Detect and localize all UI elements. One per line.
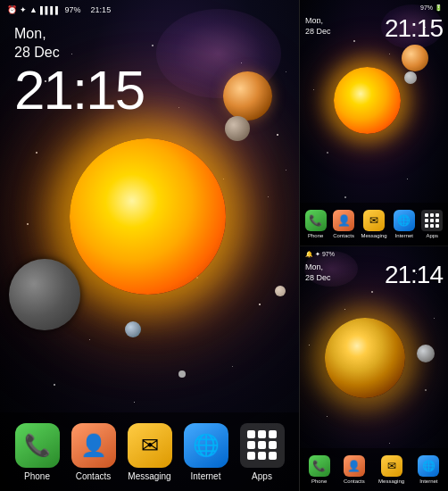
rt-dock-phone[interactable]: 📞 Phone — [305, 210, 327, 238]
rt-messaging-icon[interactable]: ✉ — [363, 210, 385, 231]
wifi-signal-icon: ▲ — [29, 5, 37, 14]
rt-dock-messaging[interactable]: ✉ Messaging — [361, 210, 386, 238]
rt-internet-icon[interactable]: 🌐 — [394, 210, 415, 231]
rt-dock-contacts[interactable]: 👤 Contacts — [333, 210, 354, 238]
phone-icon[interactable]: 📞 — [15, 423, 60, 468]
status-time: 21:15 — [91, 5, 112, 14]
rb-messaging-icon[interactable]: ✉ — [381, 455, 402, 477]
dock-item-contacts[interactable]: 👤 Contacts — [71, 423, 116, 481]
rb-phone-icon[interactable]: 📞 — [309, 455, 330, 477]
small-planet-1 — [225, 116, 250, 141]
alarm-icon: ⏰ — [7, 5, 17, 14]
small-planet-2 — [125, 321, 141, 337]
clock-display: 21:15 — [14, 62, 144, 118]
rb-date: Mon, 28 Dec — [305, 262, 331, 283]
rt-contacts-label: Contacts — [333, 233, 354, 238]
apps-label: Apps — [252, 471, 272, 481]
rt-clock: 21:15 — [385, 14, 443, 43]
moon-planet — [9, 259, 80, 330]
rb-dock-messaging[interactable]: ✉ Messaging — [378, 455, 404, 484]
rb-contacts-label: Contacts — [344, 479, 365, 484]
app-dock: 📞 Phone 👤 Contacts ✉ Messaging 🌐 Interne… — [0, 412, 299, 491]
rb-phone-label: Phone — [311, 479, 327, 484]
rb-internet-label: Internet — [419, 479, 437, 484]
rb-dock-internet[interactable]: 🌐 Internet — [418, 455, 439, 484]
rb-internet-icon[interactable]: 🌐 — [418, 455, 439, 477]
signal-bars: ▌▌▌▌ — [40, 6, 61, 14]
messaging-icon[interactable]: ✉ — [128, 423, 172, 468]
dock-item-apps[interactable]: Apps — [240, 423, 285, 481]
rt-date: Mon, 28 Dec — [305, 16, 331, 37]
internet-icon[interactable]: 🌐 — [184, 423, 228, 468]
rt-orange-planet — [402, 45, 428, 71]
rb-messaging-label: Messaging — [378, 479, 404, 484]
rt-apps-label: Apps — [426, 233, 438, 238]
apps-icon[interactable] — [240, 423, 285, 468]
rt-phone-icon[interactable]: 📞 — [305, 210, 327, 231]
right-top-screenshot: 97% 🔋 Mon, 28 Dec 21:15 📞 Phone 👤 Contac… — [299, 0, 448, 246]
phone-label: Phone — [24, 471, 50, 481]
rt-app-dock: 📞 Phone 👤 Contacts ✉ Messaging 🌐 Interne… — [300, 203, 448, 246]
rb-app-dock: 📞 Phone 👤 Contacts ✉ Messaging 🌐 Interne… — [300, 448, 448, 491]
rt-sun — [334, 67, 401, 134]
rb-clock: 21:14 — [385, 261, 443, 289]
rt-contacts-icon[interactable]: 👤 — [333, 210, 354, 231]
status-icons: ⏰ ✦ ▲ ▌▌▌▌ 97% 21:15 — [7, 5, 111, 14]
contacts-icon[interactable]: 👤 — [71, 423, 116, 468]
status-bar: ⏰ ✦ ▲ ▌▌▌▌ 97% 21:15 — [0, 0, 299, 20]
rb-dock-phone[interactable]: 📞 Phone — [309, 455, 330, 484]
internet-label: Internet — [191, 471, 221, 481]
rb-small-planet — [417, 345, 435, 362]
rt-dock-internet[interactable]: 🌐 Internet — [394, 210, 415, 238]
rt-small-planet — [404, 71, 417, 84]
contacts-label: Contacts — [76, 471, 111, 481]
small-planet-4 — [178, 370, 186, 378]
small-planet-3 — [275, 286, 286, 296]
dock-item-messaging[interactable]: ✉ Messaging — [128, 423, 172, 481]
bluetooth-icon: ✦ — [20, 5, 27, 14]
right-bottom-screenshot: 🔔 ✦ 97% Mon, 28 Dec 21:14 📞 Phone 👤 Cont… — [299, 246, 448, 491]
rt-internet-label: Internet — [395, 233, 413, 238]
dock-item-internet[interactable]: 🌐 Internet — [184, 423, 228, 481]
rt-dock-apps[interactable]: Apps — [421, 210, 443, 238]
rb-sun — [325, 318, 405, 398]
orange-planet — [223, 71, 272, 121]
sun-planet — [70, 138, 226, 295]
rt-phone-label: Phone — [308, 233, 323, 238]
rt-apps-icon[interactable] — [421, 210, 443, 231]
rt-battery: 97% 🔋 — [420, 4, 443, 12]
dock-item-phone[interactable]: 📞 Phone — [15, 423, 60, 481]
time-display: Mon, 28 Dec 21:15 — [14, 25, 144, 118]
right-panel: 97% 🔋 Mon, 28 Dec 21:15 📞 Phone 👤 Contac… — [299, 0, 448, 491]
messaging-label: Messaging — [128, 471, 170, 481]
rb-dock-contacts[interactable]: 👤 Contacts — [344, 455, 365, 484]
rb-contacts-icon[interactable]: 👤 — [344, 455, 365, 477]
rb-status-icons: 🔔 ✦ 97% — [305, 251, 335, 258]
date-label: Mon, 28 Dec — [14, 25, 144, 62]
rt-messaging-label: Messaging — [361, 233, 386, 238]
left-screenshot: ⏰ ✦ ▲ ▌▌▌▌ 97% 21:15 Mon, 28 Dec 21:15 📞… — [0, 0, 299, 491]
battery-level: 97% — [65, 5, 81, 14]
